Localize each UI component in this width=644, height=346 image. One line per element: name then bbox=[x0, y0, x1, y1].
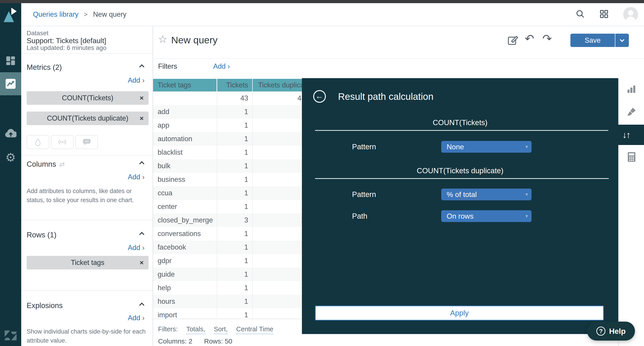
calculator-icon bbox=[627, 152, 636, 162]
app-window: Queries library > New query bbox=[0, 0, 644, 346]
filters-add-button[interactable]: Add bbox=[213, 62, 230, 70]
back-arrow-icon[interactable] bbox=[313, 90, 326, 103]
row-chip-label: Ticket tags bbox=[71, 258, 104, 267]
favorite-star-icon[interactable] bbox=[158, 33, 167, 45]
collapse-metrics-icon[interactable] bbox=[139, 64, 144, 70]
cell-ticket-tag: center bbox=[158, 200, 177, 214]
sidebar-item-settings[interactable] bbox=[0, 146, 21, 169]
remove-metric-icon[interactable]: × bbox=[140, 94, 144, 102]
metric-chip[interactable]: COUNT(Tickets) × bbox=[27, 91, 148, 105]
path-dropdown[interactable]: On rows bbox=[441, 210, 532, 222]
metric-section-title: COUNT(Tickets) bbox=[302, 118, 618, 127]
divider bbox=[21, 155, 153, 156]
cloud-upload-icon bbox=[5, 129, 16, 138]
avatar-head bbox=[628, 10, 634, 16]
breadcrumb: Queries library > New query bbox=[33, 3, 126, 26]
columns-add-button[interactable]: Add bbox=[128, 173, 144, 181]
apps-grid-icon[interactable] bbox=[600, 10, 608, 19]
chart-tools-rail bbox=[618, 78, 644, 346]
collapse-rows-icon[interactable] bbox=[139, 232, 144, 237]
cell-ticket-tag: business bbox=[158, 173, 185, 186]
save-button-label: Save bbox=[570, 36, 615, 44]
cell-tickets-count: 43 bbox=[217, 92, 252, 105]
metric-tool-signal-button[interactable] bbox=[51, 135, 74, 149]
metric-chip[interactable]: COUNT(Tickets duplicate) × bbox=[27, 112, 148, 125]
cell-tickets-count: 1 bbox=[217, 159, 252, 173]
save-menu-button[interactable] bbox=[615, 39, 629, 42]
chart-configuration-button[interactable] bbox=[619, 101, 644, 123]
logo-play bbox=[11, 8, 17, 15]
swap-axes-icon[interactable] bbox=[59, 160, 65, 168]
breadcrumb-queries-library[interactable]: Queries library bbox=[33, 10, 78, 18]
cell-tickets-count: 1 bbox=[217, 240, 252, 254]
cell-ticket-tag: automation bbox=[158, 132, 192, 146]
browser-strip bbox=[0, 0, 644, 3]
sidebar-item-dashboards[interactable] bbox=[0, 49, 21, 72]
row-chip[interactable]: Ticket tags × bbox=[27, 256, 148, 270]
dropdown-caret-icon bbox=[526, 144, 528, 150]
cell-tickets-count: 3 bbox=[217, 214, 252, 227]
cell-ticket-tag: gdpr bbox=[158, 254, 172, 268]
metrics-add-button[interactable]: Add bbox=[128, 76, 144, 84]
search-icon[interactable] bbox=[576, 10, 585, 20]
cell-ticket-tag: app bbox=[158, 118, 169, 132]
remove-metric-icon[interactable]: × bbox=[140, 114, 144, 122]
explore-logo-icon[interactable] bbox=[3, 8, 18, 22]
calculations-button[interactable] bbox=[619, 146, 644, 168]
apply-button[interactable]: Apply bbox=[315, 306, 604, 320]
metric-tool-comment-button[interactable] bbox=[76, 135, 98, 149]
path-dropdown-value: On rows bbox=[447, 212, 474, 220]
pattern-dropdown[interactable]: % of total bbox=[441, 188, 532, 200]
cell-tickets-count: 1 bbox=[217, 118, 252, 132]
footer-sort-link[interactable]: Sort, bbox=[214, 326, 228, 334]
visualization-type-button[interactable] bbox=[619, 78, 644, 100]
top-nav-bar: Queries library > New query bbox=[21, 3, 644, 26]
column-header-ticket-tags[interactable]: Ticket tags bbox=[153, 79, 216, 92]
column-header-tickets[interactable]: Tickets bbox=[217, 79, 252, 92]
cell-tickets-count: 1 bbox=[217, 146, 252, 159]
zendesk-logo[interactable] bbox=[4, 329, 17, 343]
cell-ticket-tag: hours bbox=[158, 295, 175, 308]
metrics-title: Metrics (2) bbox=[27, 63, 62, 72]
dashboards-icon bbox=[6, 56, 16, 66]
page-title: New query bbox=[171, 34, 218, 46]
signal-icon bbox=[58, 139, 67, 146]
user-avatar[interactable] bbox=[623, 7, 638, 22]
collapse-explosions-icon[interactable] bbox=[139, 303, 144, 308]
cell-ticket-tag: help bbox=[158, 281, 171, 295]
explosions-add-button[interactable]: Add bbox=[128, 314, 144, 322]
sidebar-item-data-upload[interactable] bbox=[0, 121, 21, 146]
filters-label: Filters bbox=[158, 62, 177, 70]
result-manipulation-button[interactable] bbox=[608, 125, 644, 145]
rows-title: Rows (1) bbox=[27, 230, 56, 239]
collapse-columns-icon[interactable] bbox=[139, 161, 144, 166]
footer-timezone-link[interactable]: Central Time bbox=[236, 326, 273, 334]
rows-add-button[interactable]: Add bbox=[128, 244, 144, 252]
paintbrush-icon bbox=[626, 107, 636, 117]
pattern-dropdown-value: % of total bbox=[447, 190, 477, 199]
cell-ticket-tag: facebook bbox=[158, 240, 186, 254]
remove-row-icon[interactable]: × bbox=[140, 259, 144, 266]
cell-tickets-count: 1 bbox=[217, 105, 252, 118]
pattern-dropdown[interactable]: None bbox=[441, 141, 532, 153]
metric-chip-label: COUNT(Tickets) bbox=[62, 94, 113, 102]
cell-tickets-count: 1 bbox=[217, 254, 252, 268]
help-button[interactable]: ? Help bbox=[587, 322, 635, 340]
dataset-label: Dataset bbox=[27, 30, 48, 37]
cell-tickets-count: 1 bbox=[217, 268, 252, 281]
footer-totals-link[interactable]: Totals, bbox=[186, 326, 205, 334]
divider bbox=[315, 178, 609, 179]
columns-description: Add attributes to columns, like dates or… bbox=[27, 186, 151, 204]
divider bbox=[21, 290, 153, 291]
metric-tool-droplet-button[interactable] bbox=[27, 135, 49, 149]
divider bbox=[315, 130, 609, 131]
edit-title-icon[interactable] bbox=[507, 34, 518, 46]
query-builder-panel: Dataset Support: Tickets [default] Last … bbox=[21, 26, 153, 346]
sidebar-item-queries[interactable] bbox=[0, 72, 21, 95]
divider bbox=[21, 53, 153, 54]
columns-title: Columns bbox=[27, 160, 65, 168]
save-button[interactable]: Save bbox=[570, 34, 629, 47]
cell-tickets-count: 1 bbox=[217, 200, 252, 214]
redo-icon[interactable] bbox=[542, 32, 552, 45]
undo-icon[interactable] bbox=[525, 32, 534, 45]
